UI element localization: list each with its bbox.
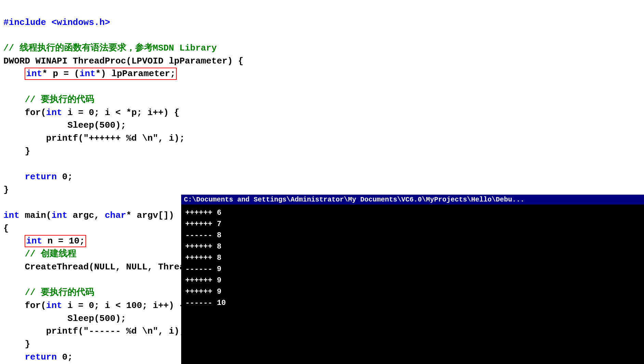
open-brace: { [3, 223, 9, 234]
close-brace1: } [25, 146, 30, 156]
comment2: // 要执行的代码 [25, 95, 94, 105]
terminal-line-5: ++++++ 8 [185, 252, 640, 264]
terminal-window: C:\Documents and Settings\Administrator\… [181, 195, 644, 364]
terminal-output: ++++++ 6 ++++++ 7 ------ 8 ++++++ 8 ++++… [181, 205, 644, 311]
terminal-line-6: ------ 9 [185, 264, 640, 275]
terminal-line-4: ++++++ 8 [185, 241, 640, 252]
highlight-int-n: int n = 10; [25, 235, 86, 247]
main-decl: main(int argc, char* argv[]) [19, 210, 174, 221]
terminal-line-2: ++++++ 7 [185, 219, 640, 230]
terminal-title: C:\Documents and Settings\Administrator\… [184, 196, 524, 204]
terminal-titlebar: C:\Documents and Settings\Administrator\… [181, 195, 644, 205]
printf1: printf("++++++ %d \n", i); [46, 133, 185, 143]
comment1: // 线程执行的函数有语法要求，参考MSDN Library [3, 43, 217, 53]
terminal-line-9: ------ 10 [185, 297, 640, 309]
return-val1: 0; [57, 172, 73, 182]
terminal-line-1: ++++++ 6 [185, 207, 640, 219]
terminal-line-3: ------ 8 [185, 230, 640, 241]
comment3: // 创建线程 [25, 249, 76, 259]
for-loop1: for(int i = 0; i < *p; i++) { [25, 108, 179, 118]
highlight-int-cast: int* p = (int*) lpParameter; [25, 68, 177, 80]
include-line: #include <windows.h> [3, 17, 110, 28]
close-brace2: } [3, 185, 9, 195]
func-decl: DWORD WINAPI ThreadProc(LPVOID lpParamet… [3, 56, 243, 66]
return-line: return [25, 172, 57, 182]
sleep1: Sleep(500); [46, 120, 126, 130]
return2-kw: return [25, 352, 57, 362]
terminal-line-8: ++++++ 9 [185, 286, 640, 297]
comment4: // 要执行的代码 [25, 288, 94, 298]
for-loop2: for(int i = 0; i < 100; i++) { [25, 300, 185, 311]
close-brace3: } [25, 339, 30, 349]
return2-val: 0; [57, 352, 73, 362]
terminal-line-7: ++++++ 9 [185, 275, 640, 286]
sleep2: Sleep(500); [46, 313, 126, 324]
main-int: int [3, 210, 19, 221]
printf2: printf("------ %d \n", i); [46, 326, 185, 336]
